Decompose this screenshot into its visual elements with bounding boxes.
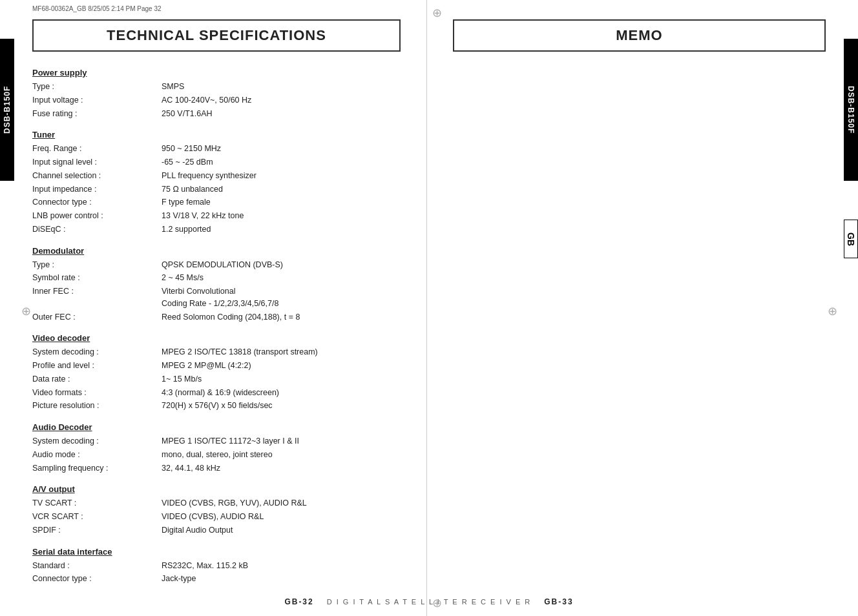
left-page: TECHNICAL SPECIFICATIONS Power supplyTyp… — [0, 0, 426, 616]
right-page: MEMO — [426, 0, 858, 616]
spec-row: System decoding :MPEG 2 ISO/TEC 13818 (t… — [32, 346, 401, 358]
spec-row: Channel selection :PLL frequency synthes… — [32, 170, 401, 182]
spec-label: Input voltage : — [32, 94, 162, 107]
spec-value: Viterbi Convolutional Coding Rate - 1/2,… — [162, 285, 401, 310]
spec-row: Inner FEC :Viterbi Convolutional Coding … — [32, 285, 401, 310]
spec-value: 13 V/18 V, 22 kHz tone — [162, 210, 401, 222]
right-header: MEMO — [453, 19, 826, 52]
section-title-av-output: A/V output — [32, 484, 401, 494]
spec-label: Connector type : — [32, 196, 162, 209]
spec-row: System decoding :MPEG 1 ISO/TEC 11172~3 … — [32, 435, 401, 447]
section-demodulator: DemodulatorType :QPSK DEMODULATION (DVB-… — [32, 246, 401, 323]
spec-value: 1.2 supported — [162, 223, 401, 236]
right-crosshair — [824, 303, 840, 319]
spec-value: Digital Audio Output — [162, 524, 401, 537]
right-page-number: GB-33 — [544, 597, 573, 606]
spec-label: Type : — [32, 81, 162, 93]
spec-value: Jack-type — [162, 573, 401, 585]
spec-label: Inner FEC : — [32, 285, 162, 310]
spec-label: Channel selection : — [32, 170, 162, 182]
spec-label: System decoding : — [32, 346, 162, 358]
spec-value: 32, 44.1, 48 kHz — [162, 462, 401, 475]
spec-row: Fuse rating :250 V/T1.6AH — [32, 108, 401, 120]
spec-label: VCR SCART : — [32, 511, 162, 523]
spec-value: VIDEO (CVBS), AUDIO R&L — [162, 511, 401, 523]
spec-label: Input signal level : — [32, 156, 162, 169]
spec-row: Connector type :F type female — [32, 196, 401, 209]
spec-label: Standard : — [32, 560, 162, 572]
spec-row: Video formats :4:3 (normal) & 16:9 (wide… — [32, 387, 401, 399]
spec-value: 1~ 15 Mb/s — [162, 373, 401, 385]
spec-value: MPEG 1 ISO/TEC 11172~3 layer I & II — [162, 435, 401, 447]
spec-row: Connector type :Jack-type — [32, 573, 401, 585]
spec-value: F type female — [162, 196, 401, 209]
spec-value: MPEG 2 ISO/TEC 13818 (transport stream) — [162, 346, 401, 358]
section-av-output: A/V outputTV SCART :VIDEO (CVBS, RGB, YU… — [32, 484, 401, 536]
spec-label: Symbol rate : — [32, 272, 162, 284]
spec-label: Outer FEC : — [32, 311, 162, 323]
spec-value: AC 100-240V~, 50/60 Hz — [162, 94, 401, 107]
spec-label: System decoding : — [32, 435, 162, 447]
spec-value: 2 ~ 45 Ms/s — [162, 272, 401, 284]
page-title: TECHNICAL SPECIFICATIONS — [47, 27, 386, 44]
section-title-audio-decoder: Audio Decoder — [32, 422, 401, 432]
left-page-number: GB-32 — [284, 597, 313, 606]
spec-value: 250 V/T1.6AH — [162, 108, 401, 120]
spec-row: Input impedance :75 Ω unbalanced — [32, 183, 401, 196]
section-title-tuner: Tuner — [32, 130, 401, 139]
spec-row: Symbol rate :2 ~ 45 Ms/s — [32, 272, 401, 284]
bottom-crosshair — [429, 595, 445, 611]
spec-value: MPEG 2 MP@ML (4:2:2) — [162, 360, 401, 372]
spec-value: VIDEO (CVBS, RGB, YUV), AUDIO R&L — [162, 497, 401, 509]
section-video-decoder: Video decoderSystem decoding :MPEG 2 ISO… — [32, 333, 401, 412]
section-audio-decoder: Audio DecoderSystem decoding :MPEG 1 ISO… — [32, 422, 401, 474]
spec-value: 950 ~ 2150 MHz — [162, 143, 401, 155]
spec-label: Data rate : — [32, 373, 162, 385]
spec-row: Audio mode :mono, dual, stereo, joint st… — [32, 449, 401, 461]
spec-label: Profile and level : — [32, 360, 162, 372]
spec-label: Freq. Range : — [32, 143, 162, 155]
spec-row: Standard :RS232C, Max. 115.2 kB — [32, 560, 401, 572]
section-title-video-decoder: Video decoder — [32, 333, 401, 343]
left-header: TECHNICAL SPECIFICATIONS — [32, 19, 401, 52]
spec-label: Audio mode : — [32, 449, 162, 461]
section-tuner: TunerFreq. Range :950 ~ 2150 MHzInput si… — [32, 130, 401, 235]
spec-row: DiSEqC :1.2 supported — [32, 223, 401, 236]
memo-title: MEMO — [467, 27, 811, 44]
spec-label: Video formats : — [32, 387, 162, 399]
spec-row: Input voltage :AC 100-240V~, 50/60 Hz — [32, 94, 401, 107]
spec-row: Freq. Range :950 ~ 2150 MHz — [32, 143, 401, 155]
spec-row: Type :SMPS — [32, 81, 401, 93]
spec-value: SMPS — [162, 81, 401, 93]
spec-row: SPDIF :Digital Audio Output — [32, 524, 401, 537]
spec-value: QPSK DEMODULATION (DVB-S) — [162, 259, 401, 271]
spec-row: Sampling frequency :32, 44.1, 48 kHz — [32, 462, 401, 475]
specs-container: Power supplyType :SMPSInput voltage :AC … — [32, 68, 401, 585]
spec-label: Fuse rating : — [32, 108, 162, 120]
spec-row: Type :QPSK DEMODULATION (DVB-S) — [32, 259, 401, 271]
spec-label: Picture resolution : — [32, 400, 162, 412]
spec-label: Input impedance : — [32, 183, 162, 196]
spec-row: Data rate :1~ 15 Mb/s — [32, 373, 401, 385]
spec-label: Connector type : — [32, 573, 162, 585]
spec-row: LNB power control :13 V/18 V, 22 kHz ton… — [32, 210, 401, 222]
spec-label: SPDIF : — [32, 524, 162, 537]
spec-value: mono, dual, stereo, joint stereo — [162, 449, 401, 461]
spec-row: TV SCART :VIDEO (CVBS, RGB, YUV), AUDIO … — [32, 497, 401, 509]
section-serial-data: Serial data interfaceStandard :RS232C, M… — [32, 547, 401, 586]
spec-row: VCR SCART :VIDEO (CVBS), AUDIO R&L — [32, 511, 401, 523]
spec-label: Sampling frequency : — [32, 462, 162, 475]
section-title-demodulator: Demodulator — [32, 246, 401, 256]
spec-row: Input signal level :-65 ~ -25 dBm — [32, 156, 401, 169]
spec-row: Profile and level :MPEG 2 MP@ML (4:2:2) — [32, 360, 401, 372]
spec-label: DiSEqC : — [32, 223, 162, 236]
section-power-supply: Power supplyType :SMPSInput voltage :AC … — [32, 68, 401, 119]
spec-value: Reed Solomon Coding (204,188), t = 8 — [162, 311, 401, 323]
spec-label: Type : — [32, 259, 162, 271]
spec-row: Picture resolution :720(H) x 576(V) x 50… — [32, 400, 401, 412]
spec-value: 75 Ω unbalanced — [162, 183, 401, 196]
spec-label: LNB power control : — [32, 210, 162, 222]
section-title-serial-data: Serial data interface — [32, 547, 401, 557]
spec-value: 4:3 (normal) & 16:9 (widescreen) — [162, 387, 401, 399]
spec-value: RS232C, Max. 115.2 kB — [162, 560, 401, 572]
